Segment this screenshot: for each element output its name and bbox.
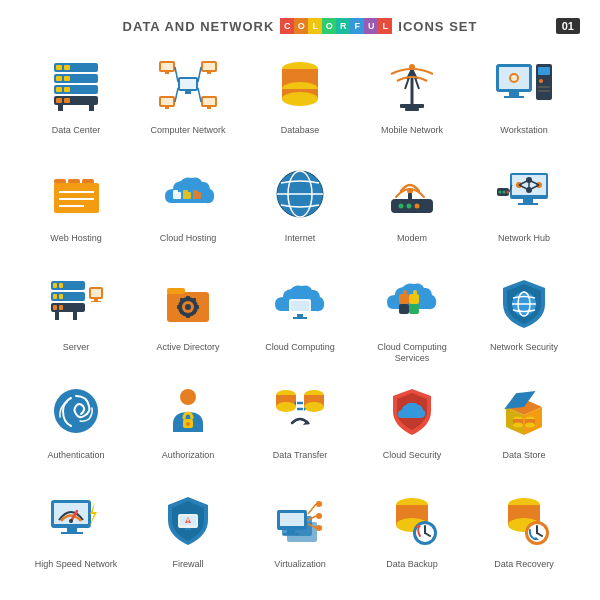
svg-rect-101 [53, 294, 57, 299]
svg-point-52 [539, 79, 543, 83]
server-label: Server [63, 342, 90, 354]
svg-rect-110 [55, 312, 59, 320]
virtualization-label: Virtualization [274, 559, 325, 571]
data-transfer-icon [266, 377, 334, 445]
data-backup-label: Data Backup [386, 559, 438, 571]
icon-item-cloud-hosting: Cloud Hosting [132, 156, 244, 260]
icon-item-authentication: Authentication [20, 373, 132, 477]
svg-rect-66 [183, 192, 191, 199]
page: DATA AND NETWORK COLORFUL ICONS SET 01 [0, 0, 600, 600]
svg-point-56 [511, 75, 517, 81]
svg-rect-133 [399, 304, 409, 314]
icon-item-data-store: Data Store [468, 373, 580, 477]
svg-point-166 [69, 519, 73, 523]
svg-rect-134 [409, 304, 419, 314]
svg-rect-121 [193, 298, 196, 301]
icon-item-computer-network: Computer Network [132, 48, 244, 152]
svg-rect-131 [409, 294, 419, 304]
modem-icon [378, 160, 446, 228]
svg-point-171 [187, 521, 188, 522]
svg-rect-164 [61, 532, 83, 534]
svg-rect-99 [59, 283, 63, 288]
svg-point-141 [186, 422, 190, 426]
icon-item-cloud-computing-services: Cloud Computing Services [356, 265, 468, 369]
icon-item-data-transfer: Data Transfer [244, 373, 356, 477]
icon-item-network-hub: Network Hub [468, 156, 580, 260]
svg-rect-5 [64, 76, 70, 81]
svg-rect-8 [64, 87, 70, 92]
firewall-label: Firewall [172, 559, 203, 571]
svg-point-37 [282, 92, 318, 106]
svg-rect-123 [193, 311, 196, 314]
svg-rect-7 [56, 87, 62, 92]
workstation-icon [490, 52, 558, 120]
data-center-icon [42, 52, 110, 120]
svg-rect-28 [207, 107, 211, 109]
data-store-label: Data Store [502, 450, 545, 462]
authorization-label: Authorization [162, 450, 215, 462]
database-icon [266, 52, 334, 120]
svg-line-29 [175, 67, 178, 82]
cloud-computing-label: Cloud Computing [265, 342, 335, 354]
svg-rect-27 [203, 98, 215, 105]
svg-point-43 [409, 64, 415, 70]
svg-rect-98 [53, 283, 57, 288]
svg-rect-25 [165, 107, 169, 109]
virtualization-icon [266, 486, 334, 554]
page-number: 01 [556, 18, 580, 34]
svg-rect-16 [185, 91, 191, 94]
svg-rect-19 [165, 72, 169, 74]
svg-rect-109 [91, 301, 101, 302]
svg-rect-4 [56, 76, 62, 81]
colorful-badge: COLORFUL [280, 18, 392, 34]
cloud-security-label: Cloud Security [383, 450, 442, 462]
svg-rect-126 [291, 301, 309, 311]
svg-rect-1 [56, 65, 62, 70]
svg-rect-107 [91, 289, 101, 297]
svg-rect-48 [509, 92, 519, 96]
svg-rect-177 [283, 533, 299, 535]
svg-point-180 [316, 525, 322, 531]
svg-line-32 [198, 88, 201, 102]
modem-label: Modem [397, 233, 427, 245]
svg-rect-67 [183, 190, 188, 193]
svg-rect-111 [73, 312, 77, 320]
svg-point-147 [304, 402, 324, 412]
svg-point-179 [316, 513, 322, 519]
svg-rect-113 [167, 288, 185, 294]
network-hub-icon [490, 160, 558, 228]
web-hosting-label: Web Hosting [50, 233, 101, 245]
svg-line-30 [198, 67, 201, 82]
server-icon [42, 269, 110, 337]
svg-rect-53 [538, 86, 550, 88]
icon-item-active-directory: Active Directory [132, 265, 244, 369]
data-store-icon [490, 377, 558, 445]
svg-rect-49 [504, 96, 524, 98]
svg-rect-163 [67, 528, 77, 532]
icon-item-web-hosting: Web Hosting [20, 156, 132, 260]
svg-rect-105 [59, 305, 63, 310]
firewall-icon [154, 486, 222, 554]
authentication-label: Authentication [47, 450, 104, 462]
icon-item-mobile-network: Mobile Network [356, 48, 468, 152]
svg-rect-18 [161, 63, 173, 70]
svg-line-31 [175, 88, 178, 102]
cloud-computing-services-icon [378, 269, 446, 337]
svg-rect-11 [64, 98, 70, 103]
data-recovery-icon [490, 486, 558, 554]
cloud-security-icon [378, 377, 446, 445]
active-directory-label: Active Directory [156, 342, 219, 354]
icon-item-data-recovery: Data Recovery [468, 482, 580, 586]
mobile-network-label: Mobile Network [381, 125, 443, 137]
svg-rect-176 [287, 530, 295, 533]
svg-rect-118 [177, 305, 181, 309]
svg-point-75 [399, 204, 404, 209]
svg-rect-2 [64, 65, 70, 70]
svg-point-76 [407, 204, 412, 209]
svg-rect-74 [391, 199, 433, 213]
data-transfer-label: Data Transfer [273, 450, 328, 462]
svg-rect-78 [408, 193, 412, 200]
icons-grid: Data Center [20, 48, 580, 586]
svg-rect-51 [538, 67, 550, 75]
icon-item-network-security: Network Security [468, 265, 580, 369]
